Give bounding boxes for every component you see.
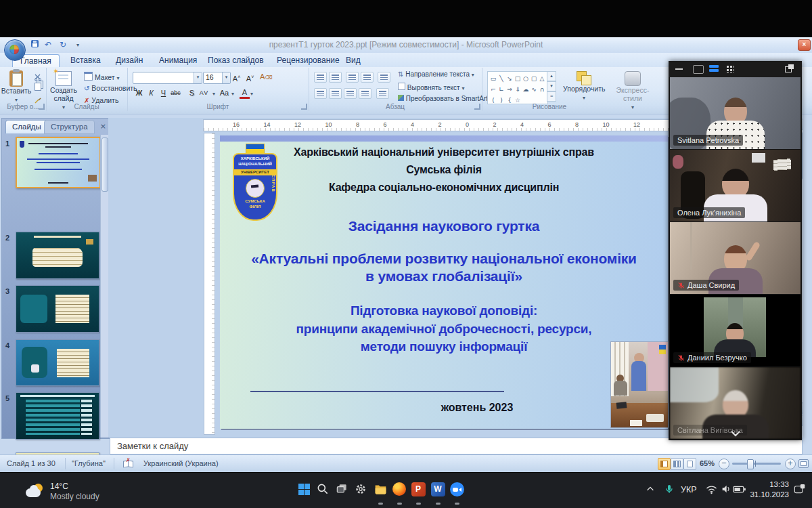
dialog-launcher-icon[interactable] — [39, 104, 45, 110]
grow-font-button[interactable]: A˄ — [231, 72, 242, 83]
strikethrough-button[interactable]: abc — [171, 88, 181, 99]
firefox-button[interactable] — [390, 480, 408, 498]
align-right-button[interactable] — [344, 88, 357, 99]
align-text-button[interactable]: Выровнять текст ▾ — [398, 83, 464, 93]
bullets-button[interactable] — [314, 72, 327, 83]
tab-review[interactable]: Рецензирование — [269, 54, 347, 67]
slide-thumbnail-5[interactable] — [16, 392, 99, 440]
slide-subtitle-line2[interactable]: принципи академічної доброчесності, ресу… — [220, 322, 668, 337]
font-name-select[interactable]: ▾ — [133, 72, 202, 84]
office-button[interactable] — [4, 39, 26, 61]
font-color-button[interactable]: А — [240, 88, 250, 99]
clock[interactable]: 13:33 31.10.2023 — [750, 480, 789, 500]
qat-dropdown[interactable]: ▾ — [72, 40, 84, 51]
tab-design[interactable]: Дизайн — [108, 54, 150, 67]
undo-button[interactable]: ↶ — [42, 40, 54, 51]
redo-button[interactable]: ↻ — [57, 40, 69, 51]
slide-org-line2[interactable]: Сумська філія — [220, 164, 668, 176]
paste-button[interactable]: Вставить▾ — [0, 70, 32, 103]
slide-org-line3[interactable]: Кафедра соціально-економічних дисциплін — [220, 182, 668, 194]
columns-button[interactable] — [376, 88, 389, 99]
minimize-icon[interactable] — [675, 68, 683, 70]
tray-battery[interactable] — [731, 480, 748, 498]
save-button[interactable] — [28, 40, 41, 51]
slide-date[interactable]: жовтень 2023 — [403, 402, 551, 414]
tab-view[interactable]: Вид — [338, 54, 368, 67]
shrink-font-button[interactable]: A˅ — [245, 72, 255, 83]
tray-microphone[interactable] — [660, 480, 678, 498]
change-case-button[interactable]: Aa — [219, 88, 229, 99]
gallery-scroll-up[interactable]: ▴ — [547, 71, 556, 81]
slideshow-view-button[interactable] — [683, 458, 696, 470]
tab-insert[interactable]: Вставка — [63, 54, 108, 67]
shape-icon[interactable]: ∟ — [497, 85, 505, 94]
collapse-strip-button[interactable] — [727, 427, 744, 438]
shape-icon[interactable]: ▢ — [530, 75, 538, 83]
language-switcher[interactable]: УКР — [681, 485, 697, 494]
shape-icon[interactable]: ▭ — [489, 75, 497, 83]
settings-button[interactable] — [352, 480, 369, 498]
font-size-select[interactable]: 16▾ — [203, 72, 231, 84]
increase-indent-button[interactable] — [361, 72, 374, 83]
zoom-slider-track[interactable] — [732, 463, 781, 465]
shape-icon[interactable]: ○ — [522, 75, 530, 83]
slide-sorter-view-button[interactable] — [671, 458, 683, 470]
vertical-ruler[interactable] — [204, 133, 215, 435]
shape-icon[interactable]: ⇒ — [505, 85, 514, 94]
shape-icon[interactable]: ╲ — [497, 75, 505, 83]
weather-widget[interactable]: 14°C Mostly cloudy — [26, 477, 134, 505]
shape-icon[interactable]: ↘ — [505, 75, 514, 83]
slide-subtitle-line1[interactable]: Підготовка наукової доповіді: — [220, 303, 668, 318]
panel-close-icon[interactable]: × — [100, 122, 106, 131]
titlebar[interactable]: презентТ1 гурток 2023.ppt [Режим совмест… — [0, 37, 812, 54]
word-button[interactable]: W — [429, 480, 447, 498]
popout-icon[interactable] — [785, 64, 794, 72]
tab-outline-panel[interactable]: Структура — [44, 120, 95, 134]
slide-topic-line1[interactable]: «Актуальні проблеми розвитку національно… — [220, 251, 668, 267]
participant-tile-5[interactable]: Світлана Вигівська — [670, 367, 800, 439]
arrange-button[interactable]: Упорядочить▾ — [563, 70, 605, 101]
shape-icon[interactable]: ☁ — [522, 85, 530, 94]
gallery-scroll-down[interactable]: ▾ — [547, 81, 556, 91]
bold-button[interactable]: Ж — [134, 88, 144, 99]
slide-canvas[interactable]: Харківський національний університет вну… — [220, 135, 668, 429]
panel-scrollbar[interactable] — [100, 135, 108, 438]
tray-chevron-button[interactable] — [641, 480, 659, 498]
close-icon[interactable]: × — [798, 39, 811, 51]
strip-view-icon[interactable] — [709, 65, 719, 72]
decrease-indent-button[interactable] — [346, 72, 359, 83]
shape-icon[interactable]: ⇓ — [514, 85, 522, 94]
character-spacing-button[interactable]: AV — [199, 88, 209, 99]
tab-animation[interactable]: Анимация — [152, 54, 204, 67]
italic-button[interactable]: К — [146, 88, 156, 99]
shape-icon[interactable]: △ — [538, 75, 546, 83]
panel-scrollbar-thumb[interactable] — [102, 137, 108, 192]
shape-icon[interactable]: ⌐ — [489, 85, 497, 94]
dialog-launcher-icon[interactable] — [474, 104, 480, 110]
fit-to-window-button[interactable] — [798, 459, 809, 468]
slide-subtitle-line3[interactable]: методи пошуку інформації — [220, 339, 668, 354]
tab-slides-panel[interactable]: Слайды — [5, 120, 48, 133]
zoom-out-button[interactable]: − — [719, 459, 729, 469]
slide-thumbnail-3[interactable] — [16, 285, 99, 333]
align-left-button[interactable] — [314, 88, 327, 99]
cut-icon[interactable] — [34, 72, 42, 80]
zoom-app-button[interactable] — [448, 480, 466, 498]
powerpoint-button[interactable]: P — [409, 480, 427, 498]
horizontal-ruler[interactable]: 16 14 12 10 8 6 4 2 0 2 4 6 8 10 12 — [203, 119, 670, 131]
shapes-gallery[interactable]: ▭╲↘□○▢△⌐∟⇒⇓☁∿∩(){☆ — [487, 71, 548, 104]
normal-view-button[interactable] — [658, 458, 671, 470]
notification-center-button[interactable] — [790, 480, 808, 498]
slide-thumbnail-2[interactable] — [16, 232, 99, 279]
zoom-level[interactable]: 65% — [700, 459, 715, 467]
slide-thumbnail-4[interactable] — [16, 339, 99, 386]
shape-icon[interactable]: ∩ — [538, 85, 546, 94]
speaker-view-icon[interactable] — [693, 65, 704, 74]
slide-thumbnail-1[interactable] — [16, 137, 101, 188]
format-painter-icon[interactable] — [34, 95, 42, 103]
task-view-button[interactable] — [333, 480, 351, 498]
zoom-in-button[interactable]: + — [785, 459, 796, 469]
zoom-slider-thumb[interactable] — [747, 459, 754, 469]
clear-formatting-button[interactable]: A⌫ — [260, 72, 273, 83]
participant-tile-3[interactable]: Даша Свирид — [670, 222, 800, 294]
